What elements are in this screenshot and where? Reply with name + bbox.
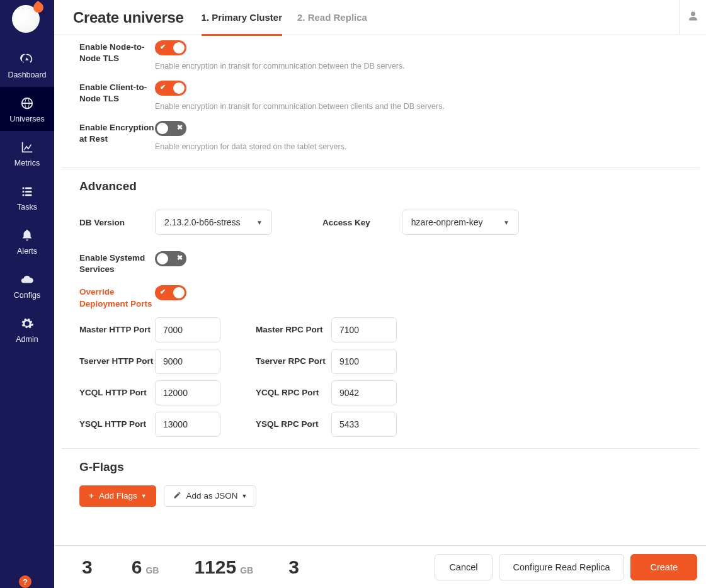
label-ycql-http: YCQL HTTP Port [79, 387, 155, 399]
user-menu[interactable] [680, 0, 706, 35]
app-logo[interactable] [12, 4, 42, 34]
sidebar-item-admin[interactable]: Admin [0, 307, 54, 351]
btn-label: Add as JSON [186, 491, 238, 500]
sidebar: Dashboard Universes Metrics Tasks Alerts… [0, 0, 54, 588]
select-value: 2.13.2.0-b66-stress [164, 217, 241, 227]
field-enc-at-rest: Enable Encryption at Rest ✖ Enable encry… [79, 116, 700, 156]
sidebar-label: Configs [14, 291, 40, 300]
plus-icon: + [89, 491, 94, 500]
sidebar-label: Admin [16, 335, 38, 344]
toggle-override-ports[interactable]: ✔ [155, 285, 186, 300]
select-value: hzare-onprem-key [411, 217, 483, 227]
label-enc-at-rest: Enable Encryption at Rest [79, 121, 155, 145]
label-tserver-rpc: Tserver RPC Port [256, 356, 331, 367]
caret-down-icon: ▼ [241, 493, 247, 499]
add-json-button[interactable]: Add as JSON ▼ [164, 485, 257, 507]
sidebar-label: Alerts [17, 247, 37, 256]
label-client-tls: Enable Client-to-Node TLS [79, 81, 155, 105]
label-ycql-rpc: YCQL RPC Port [256, 387, 331, 399]
stat-1: 3 [82, 557, 96, 578]
field-client-tls: Enable Client-to-Node TLS ✔ Enable encry… [79, 76, 700, 116]
label-node-tls: Enable Node-to-Node TLS [79, 40, 155, 64]
gear-icon [20, 316, 34, 331]
input-ycql-rpc[interactable] [331, 380, 397, 405]
sidebar-item-universes[interactable]: Universes [0, 87, 54, 131]
x-icon: ✖ [177, 254, 183, 262]
check-icon: ✔ [160, 43, 166, 51]
desc-enc-at-rest: Enable encryption for data stored on the… [155, 142, 700, 151]
stat-4: 3 [288, 557, 303, 578]
label-master-rpc: Master RPC Port [256, 324, 331, 336]
label-override-ports: Override Deployment Ports [79, 285, 155, 309]
label-master-http: Master HTTP Port [79, 324, 155, 336]
label-ysql-rpc: YSQL RPC Port [256, 419, 331, 430]
page-title: Create universe [73, 9, 184, 26]
label-systemd: Enable Systemd Services [79, 251, 155, 275]
section-advanced-title: Advanced [79, 179, 700, 193]
sidebar-item-tasks[interactable]: Tasks [0, 175, 54, 219]
cancel-button[interactable]: Cancel [435, 554, 492, 580]
ports-grid: Master HTTP Port Master RPC Port Tserver… [79, 317, 700, 437]
input-ysql-http[interactable] [155, 412, 220, 437]
gflags-actions: + Add Flags ▼ Add as JSON ▼ [79, 485, 700, 507]
sidebar-item-dashboard[interactable]: Dashboard [0, 43, 54, 87]
input-master-rpc[interactable] [331, 317, 397, 342]
desc-client-tls: Enable encryption in transit for communi… [155, 102, 700, 111]
topbar: Create universe 1. Primary Cluster 2. Re… [54, 0, 706, 35]
sidebar-label: Dashboard [8, 71, 46, 79]
x-icon: ✖ [177, 123, 183, 132]
edit-icon [173, 491, 181, 501]
stat-unit: GB [145, 565, 159, 575]
content-area: Enable Node-to-Node TLS ✔ Enable encrypt… [54, 35, 706, 545]
stat-num: 3 [82, 557, 93, 578]
field-systemd: Enable Systemd Services ✖ [79, 246, 700, 280]
sidebar-label: Universes [9, 115, 45, 123]
toggle-enc-at-rest[interactable]: ✖ [155, 121, 186, 136]
section-gflags-title: G-Flags [79, 460, 700, 474]
cloud-icon [20, 272, 34, 287]
desc-node-tls: Enable encryption in transit for communi… [155, 62, 700, 71]
input-tserver-rpc[interactable] [331, 349, 397, 374]
user-icon [688, 11, 698, 25]
stat-num: 1125 [194, 557, 236, 578]
label-ysql-http: YSQL HTTP Port [79, 419, 155, 430]
gauge-icon [20, 52, 34, 67]
tab-primary-cluster[interactable]: 1. Primary Cluster [202, 0, 282, 35]
input-ycql-http[interactable] [155, 380, 220, 405]
toggle-node-tls[interactable]: ✔ [155, 40, 186, 55]
label-tserver-http: Tserver HTTP Port [79, 356, 155, 367]
globe-icon [20, 96, 34, 111]
stat-unit: GB [240, 565, 253, 575]
configure-read-replica-button[interactable]: Configure Read Replica [499, 554, 625, 580]
caret-down-icon: ▼ [256, 219, 263, 226]
sidebar-label: Tasks [17, 203, 37, 212]
stat-num: 6 [132, 557, 142, 578]
tab-read-replica[interactable]: 2. Read Replica [297, 0, 367, 35]
sidebar-item-configs[interactable]: Configs [0, 263, 54, 307]
add-flags-button[interactable]: + Add Flags ▼ [79, 485, 156, 507]
create-button[interactable]: Create [630, 554, 697, 580]
select-db-version[interactable]: 2.13.2.0-b66-stress ▼ [155, 210, 272, 235]
stat-3: 1125 GB [194, 557, 253, 578]
stat-num: 3 [288, 557, 299, 578]
caret-down-icon: ▼ [141, 493, 147, 499]
divider [62, 167, 700, 168]
help-icon[interactable]: ? [19, 575, 31, 588]
toggle-systemd[interactable]: ✖ [155, 251, 186, 266]
input-ysql-rpc[interactable] [331, 412, 397, 437]
btn-label: Add Flags [99, 491, 137, 500]
label-db-version: DB Version [79, 216, 155, 229]
select-access-key[interactable]: hzare-onprem-key ▼ [402, 210, 519, 235]
sidebar-item-metrics[interactable]: Metrics [0, 131, 54, 175]
bell-icon [20, 228, 34, 243]
sidebar-label: Metrics [14, 159, 40, 167]
stat-2: 6 GB [132, 557, 159, 578]
input-master-http[interactable] [155, 317, 220, 342]
toggle-client-tls[interactable]: ✔ [155, 81, 186, 96]
top-tabs: 1. Primary Cluster 2. Read Replica [202, 0, 367, 35]
sidebar-item-alerts[interactable]: Alerts [0, 219, 54, 263]
field-override-ports: Override Deployment Ports ✔ [79, 280, 700, 314]
input-tserver-http[interactable] [155, 349, 220, 374]
row-db-access: DB Version 2.13.2.0-b66-stress ▼ Access … [79, 205, 700, 240]
footer-bar: 3 6 GB 1125 GB 3 Cancel Configure Read R… [54, 545, 706, 588]
